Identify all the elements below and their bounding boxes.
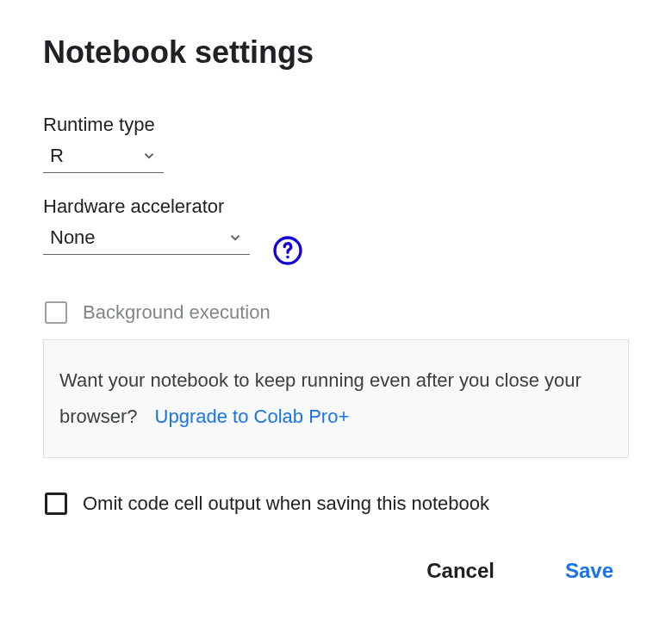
runtime-type-field: Runtime type R (43, 114, 629, 195)
hardware-accelerator-label: Hardware accelerator (43, 195, 629, 218)
upgrade-link[interactable]: Upgrade to Colab Pro+ (155, 406, 350, 427)
runtime-type-label: Runtime type (43, 114, 629, 136)
hardware-accelerator-select[interactable]: None (43, 223, 250, 255)
hardware-accelerator-value: None (50, 226, 96, 249)
chevron-down-icon (141, 148, 157, 164)
omit-output-row: Omit code cell output when saving this n… (45, 493, 629, 515)
background-execution-checkbox[interactable] (45, 301, 67, 324)
notebook-settings-dialog: Notebook settings Runtime type R Hardwar… (0, 0, 672, 610)
hardware-accelerator-field: Hardware accelerator None (43, 195, 629, 277)
background-execution-label: Background execution (83, 301, 271, 324)
omit-output-label: Omit code cell output when saving this n… (83, 493, 489, 515)
omit-output-checkbox[interactable] (45, 493, 67, 515)
runtime-type-value: R (50, 145, 64, 167)
runtime-type-select[interactable]: R (43, 141, 164, 173)
background-execution-row: Background execution (45, 301, 629, 324)
chevron-down-icon (227, 230, 243, 245)
help-icon[interactable] (272, 235, 303, 266)
save-button[interactable]: Save (560, 558, 619, 584)
upsell-box: Want your notebook to keep running even … (43, 339, 629, 458)
svg-point-1 (286, 255, 289, 258)
dialog-title: Notebook settings (43, 34, 629, 71)
dialog-actions: Cancel Save (43, 558, 629, 584)
cancel-button[interactable]: Cancel (421, 558, 500, 584)
